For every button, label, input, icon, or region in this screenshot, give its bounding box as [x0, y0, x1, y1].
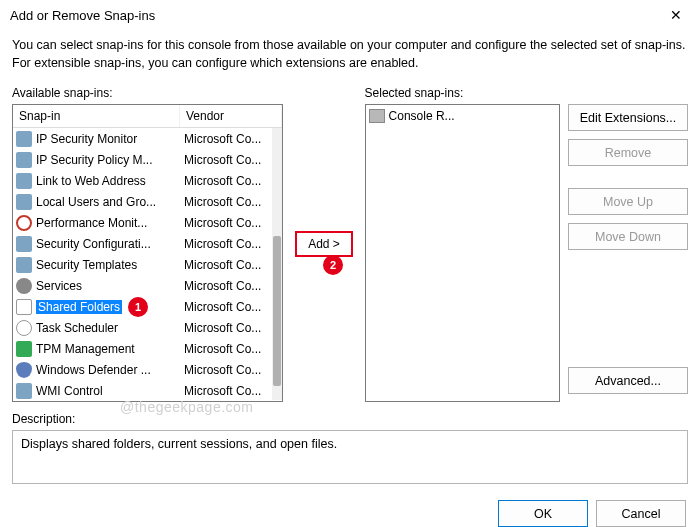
- move-up-button[interactable]: Move Up: [568, 188, 688, 215]
- table-row[interactable]: Link to Web AddressMicrosoft Co...: [13, 170, 282, 191]
- add-button[interactable]: Add >: [295, 231, 353, 257]
- snapin-name: Services: [36, 279, 184, 293]
- footer: OK Cancel: [0, 484, 700, 527]
- mon-icon: [16, 257, 32, 273]
- callout-badge-1: 1: [128, 297, 148, 317]
- snapin-vendor: Microsoft Co...: [184, 279, 282, 293]
- console-root-icon: [369, 109, 385, 123]
- middle-column: Add >: [291, 86, 356, 402]
- close-button[interactable]: ✕: [660, 3, 692, 27]
- scrollbar[interactable]: [272, 128, 282, 400]
- description-label: Description:: [12, 412, 688, 426]
- table-row[interactable]: Task SchedulerMicrosoft Co...: [13, 317, 282, 338]
- snapin-vendor: Microsoft Co...: [184, 132, 282, 146]
- titlebar: Add or Remove Snap-ins ✕: [0, 0, 700, 30]
- chip-icon: [16, 341, 32, 357]
- snapin-name: IP Security Monitor: [36, 132, 184, 146]
- selected-listview[interactable]: Console R...: [365, 104, 560, 402]
- edit-extensions-button[interactable]: Edit Extensions...: [568, 104, 688, 131]
- snapin-name: IP Security Policy M...: [36, 153, 184, 167]
- lv-body: IP Security MonitorMicrosoft Co...IP Sec…: [13, 128, 282, 400]
- table-row[interactable]: IP Security Policy M...Microsoft Co...: [13, 149, 282, 170]
- mon-icon: [16, 152, 32, 168]
- list-item[interactable]: Console R...: [366, 105, 559, 126]
- snapin-name: Security Configurati...: [36, 237, 184, 251]
- snapin-name: Security Templates: [36, 258, 184, 272]
- selected-label: Selected snap-ins:: [365, 86, 560, 100]
- snapin-vendor: Microsoft Co...: [184, 237, 282, 251]
- snapin-name: WMI Control: [36, 384, 184, 398]
- column-snapin[interactable]: Snap-in: [13, 105, 180, 127]
- mon-icon: [16, 173, 32, 189]
- table-row[interactable]: Security TemplatesMicrosoft Co...: [13, 254, 282, 275]
- snapin-vendor: Microsoft Co...: [184, 321, 282, 335]
- advanced-button[interactable]: Advanced...: [568, 367, 688, 394]
- remove-button[interactable]: Remove: [568, 139, 688, 166]
- snapin-vendor: Microsoft Co...: [184, 384, 282, 398]
- snapin-name: Local Users and Gro...: [36, 195, 184, 209]
- available-listview[interactable]: Snap-in Vendor IP Security MonitorMicros…: [12, 104, 283, 402]
- snapin-name: Task Scheduler: [36, 321, 184, 335]
- close-icon: ✕: [670, 7, 682, 23]
- snapin-vendor: Microsoft Co...: [184, 153, 282, 167]
- table-row[interactable]: IP Security MonitorMicrosoft Co...: [13, 128, 282, 149]
- mon-icon: [16, 194, 32, 210]
- snapin-name: Link to Web Address: [36, 174, 184, 188]
- selected-item-label: Console R...: [389, 109, 455, 123]
- shield-icon: [16, 362, 32, 378]
- window-title: Add or Remove Snap-ins: [10, 8, 155, 23]
- table-row[interactable]: Security Configurati...Microsoft Co...: [13, 233, 282, 254]
- table-row[interactable]: Performance Monit...Microsoft Co...: [13, 212, 282, 233]
- table-row[interactable]: TPM ManagementMicrosoft Co...: [13, 338, 282, 359]
- column-vendor[interactable]: Vendor: [180, 105, 282, 127]
- snapin-vendor: Microsoft Co...: [184, 195, 282, 209]
- scroll-thumb[interactable]: [273, 236, 281, 386]
- instructions-text: You can select snap-ins for this console…: [0, 30, 700, 86]
- cancel-button[interactable]: Cancel: [596, 500, 686, 527]
- snapin-name: Windows Defender ...: [36, 363, 184, 377]
- clock-icon: [16, 320, 32, 336]
- snapin-name: Performance Monit...: [36, 216, 184, 230]
- snapin-vendor: Microsoft Co...: [184, 216, 282, 230]
- snapin-name: Shared Folders: [36, 300, 184, 314]
- table-row[interactable]: WMI ControlMicrosoft Co...: [13, 380, 282, 400]
- ok-button[interactable]: OK: [498, 500, 588, 527]
- selected-column: Selected snap-ins: Console R...: [365, 86, 560, 402]
- table-row[interactable]: ServicesMicrosoft Co...: [13, 275, 282, 296]
- mon-icon: [16, 383, 32, 399]
- perf-icon: [16, 215, 32, 231]
- available-label: Available snap-ins:: [12, 86, 283, 100]
- callout-badge-2: 2: [323, 255, 343, 275]
- mon-icon: [16, 131, 32, 147]
- snapin-vendor: Microsoft Co...: [184, 300, 282, 314]
- table-row[interactable]: Windows Defender ...Microsoft Co...: [13, 359, 282, 380]
- watermark-text: @thegeekpage.com: [120, 399, 254, 415]
- right-buttons-column: Edit Extensions... Remove Move Up Move D…: [568, 86, 688, 402]
- lv-header: Snap-in Vendor: [13, 105, 282, 128]
- main-area: Available snap-ins: Snap-in Vendor IP Se…: [0, 86, 700, 402]
- description-section: Description: Displays shared folders, cu…: [0, 402, 700, 484]
- cal-icon: [16, 299, 32, 315]
- move-down-button[interactable]: Move Down: [568, 223, 688, 250]
- snapin-vendor: Microsoft Co...: [184, 174, 282, 188]
- table-row[interactable]: Local Users and Gro...Microsoft Co...: [13, 191, 282, 212]
- snapin-vendor: Microsoft Co...: [184, 258, 282, 272]
- available-column: Available snap-ins: Snap-in Vendor IP Se…: [12, 86, 283, 402]
- snapin-vendor: Microsoft Co...: [184, 363, 282, 377]
- description-box: Displays shared folders, current session…: [12, 430, 688, 484]
- snapin-vendor: Microsoft Co...: [184, 342, 282, 356]
- description-text: Displays shared folders, current session…: [21, 437, 337, 451]
- gear-icon: [16, 278, 32, 294]
- mon-icon: [16, 236, 32, 252]
- snapin-name: TPM Management: [36, 342, 184, 356]
